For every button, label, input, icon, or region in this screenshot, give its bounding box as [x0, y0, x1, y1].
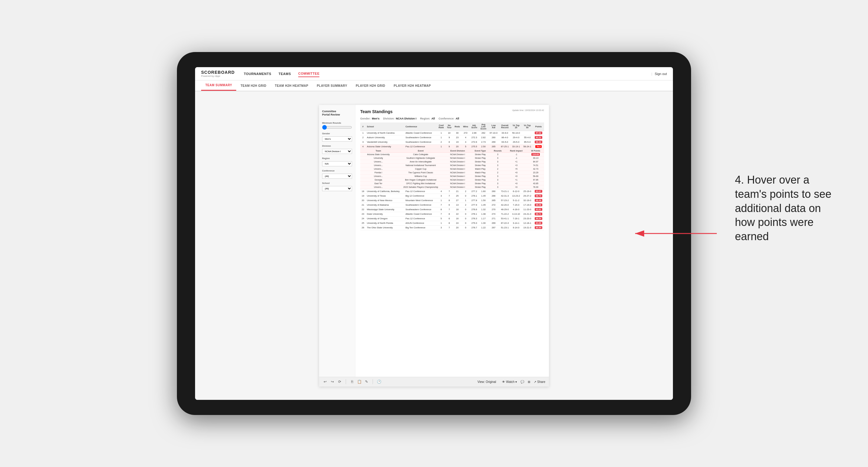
low-cell: 260 [488, 189, 499, 194]
vs25-cell: 4-13-10 [510, 212, 522, 216]
sub-navigation: TEAM SUMMARY TEAM H2H GRID TEAM H2H HEAT… [195, 81, 673, 91]
vs25-cell: 7-19-1 [510, 216, 522, 221]
adj-cell: 278.6 [470, 207, 479, 212]
tab-team-h2h-heatmap[interactable]: TEAM H2H HEATMAP [271, 81, 313, 91]
col-conference: Conference [404, 123, 437, 131]
exp-rounds: 3 [490, 160, 505, 163]
undo-icon[interactable]: ↩ [323, 379, 328, 384]
points-cell[interactable]: 78.5 [533, 144, 544, 149]
points-cell[interactable]: 90.32 [533, 140, 544, 144]
no-tour-cell: 8 [445, 212, 453, 216]
refresh-icon[interactable]: ⟳ [337, 379, 342, 384]
conf-rank-cell: 7 [437, 203, 445, 207]
tab-player-h2h-heatmap[interactable]: PLAYER H2H HEATMAP [390, 81, 435, 91]
exp-div: NCAA Division I [445, 160, 470, 163]
avg-cell: 1.17 [479, 216, 488, 221]
grid-button[interactable]: ⊞ [528, 380, 530, 383]
gender-select[interactable]: Men's [322, 136, 352, 142]
points-cell[interactable]: 93.31 [533, 135, 544, 140]
rank-cell: 1 [360, 131, 366, 135]
expanded-table-row: Arizona State University Cabo Collegiate… [360, 152, 544, 156]
adj-cell: 278.1 [470, 194, 479, 198]
nav-teams[interactable]: TEAMS [279, 71, 291, 77]
exp-event: The Cypress Point Classic [397, 170, 445, 174]
col-no-tour: NoTour [445, 123, 453, 131]
overall-cell: 42-20-0 [499, 203, 510, 207]
school-cell: University of New Mexico [366, 198, 404, 203]
adj-cell: 277.2 [470, 189, 479, 194]
col-overall: OverallRecord [499, 123, 510, 131]
nav-divider: | [651, 72, 652, 75]
edit-icon[interactable]: ✎ [364, 379, 369, 384]
points-cell[interactable]: 97.02 [533, 131, 544, 135]
no-tour-cell: 8 [445, 140, 453, 144]
points-cell[interactable]: 88.71 [533, 212, 544, 216]
exp-rounds: 2 [490, 167, 505, 170]
conf-rank-cell: 3 [437, 225, 445, 230]
exp-rank: +0 [505, 174, 527, 178]
vs50-cell: 11-23-0 [522, 207, 533, 212]
exp-wpoints: 56-66 [527, 174, 544, 178]
points-cell[interactable]: 80.94 [533, 225, 544, 230]
division-select[interactable]: NCAA Division I [322, 149, 352, 154]
points-cell[interactable]: 88.49 [533, 198, 544, 203]
paste-icon[interactable]: 📋 [357, 379, 362, 384]
watch-button[interactable]: 👁 Watch ▾ [502, 380, 517, 383]
report-sidebar: CommitteePortal Review Minimum Rounds Ge… [319, 105, 355, 377]
vs25-cell: 6-12-0 [510, 189, 522, 194]
exp-team: Univers... [360, 163, 397, 167]
exp-rank: +0 [505, 170, 527, 174]
conference-cell: Pac-12 Conference [404, 189, 437, 194]
conference-filter-label: Conference: [438, 117, 455, 120]
exp-type: Stroke Play [470, 182, 490, 185]
exp-team: Univers... [360, 185, 397, 189]
overall-cell: 73-21-1 [499, 189, 510, 194]
nav-committee[interactable]: COMMITTEE [298, 70, 320, 77]
points-cell[interactable]: 83.89 [533, 221, 544, 225]
exp-type: Match Play [470, 170, 490, 174]
points-cell[interactable]: 83.07 [533, 189, 544, 194]
gender-filter-label: Gender: [360, 117, 371, 120]
region-filter-label: Region: [420, 117, 430, 120]
nav-tournaments[interactable]: TOURNAMENTS [244, 71, 271, 77]
adj-cell: 272.6 [470, 140, 479, 144]
table-row: 2 Auburn University Southeastern Confere… [360, 135, 544, 140]
tab-player-summary[interactable]: PLAYER SUMMARY [312, 81, 351, 91]
region-select[interactable]: N/A [322, 161, 352, 166]
overall-cell: 63-5-0 [499, 140, 510, 144]
min-rounds-slider[interactable] [322, 125, 352, 130]
exp-rank: +3 [505, 163, 527, 167]
table-row: 24 University of Oregon Pac-12 Conferenc… [360, 216, 544, 221]
copy-icon[interactable]: ⎘ [350, 379, 354, 384]
rnds-cell: 25 [453, 194, 462, 198]
report-header: Team Standings Update time: 13/03/2024 1… [360, 109, 544, 114]
tab-player-h2h-grid[interactable]: PLAYER H2H GRID [351, 81, 390, 91]
redo-icon[interactable]: ↪ [330, 379, 335, 384]
clock-icon[interactable]: 🕐 [376, 379, 381, 384]
conference-select[interactable]: (All) [322, 174, 352, 179]
tab-team-h2h-grid[interactable]: TEAM H2H GRID [236, 81, 270, 91]
comment-button[interactable]: 💬 [521, 380, 524, 383]
points-cell[interactable]: 88.48 [533, 203, 544, 207]
exp-col-wpoints: W Points [527, 149, 544, 153]
conf-rank-cell: 3 [437, 194, 445, 198]
wins-cell: 0 [462, 216, 470, 221]
toolbar-separator-2 [373, 379, 373, 384]
view-label[interactable]: View: Original [477, 380, 496, 383]
school-select[interactable]: (All) [322, 186, 352, 191]
exp-col-event: Event [397, 149, 445, 153]
sign-out-button[interactable]: Sign out [655, 72, 667, 75]
nav-items: TOURNAMENTS TEAMS COMMITTEE [244, 70, 651, 77]
points-cell[interactable]: 88.70 [533, 194, 544, 198]
exp-rank: -1 [505, 152, 527, 156]
school-label: School [322, 182, 352, 185]
points-cell[interactable]: 88.54 [533, 216, 544, 221]
avg-cell: 1.22 [479, 225, 488, 230]
exp-div: NCAA Division I [445, 156, 470, 160]
share-button[interactable]: ↗ Share [534, 380, 545, 383]
points-cell[interactable]: 83.81 [533, 207, 544, 212]
exp-wpoints: 42.73 [527, 167, 544, 170]
school-cell: University of Oregon [366, 216, 404, 221]
tab-team-summary[interactable]: TEAM SUMMARY [201, 81, 236, 91]
logo-title: SCOREBOARD [201, 70, 235, 75]
